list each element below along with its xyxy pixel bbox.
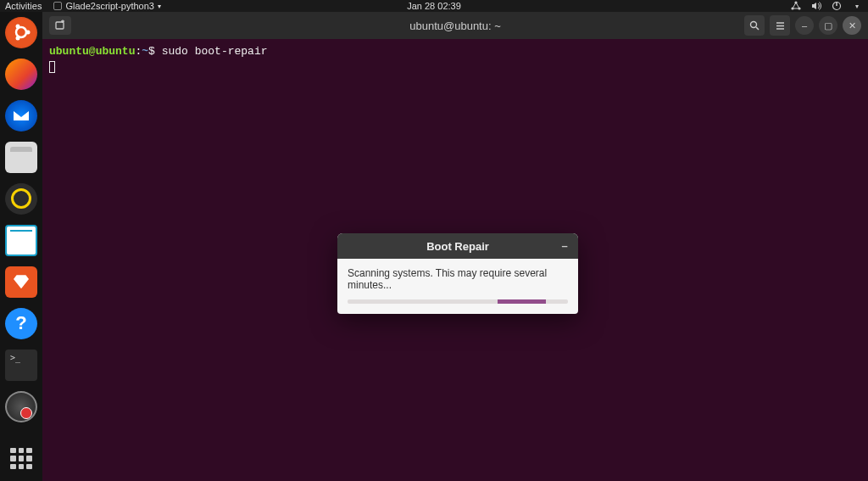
prompt-host: ubuntu [96, 45, 136, 58]
minimize-button[interactable]: – [795, 16, 814, 35]
svg-point-6 [26, 31, 31, 35]
chevron-down-icon: ▾ [158, 3, 161, 10]
new-tab-button[interactable] [49, 16, 71, 35]
show-applications[interactable] [5, 443, 37, 474]
dock-boot-repair[interactable] [5, 391, 37, 422]
dock-thunderbird[interactable] [5, 100, 37, 131]
clock[interactable]: Jan 28 02:39 [407, 1, 461, 11]
chevron-down-icon: ▾ [851, 0, 863, 12]
dock-firefox[interactable] [5, 59, 37, 90]
svg-line-13 [756, 27, 759, 30]
dock-rhythmbox[interactable] [5, 183, 37, 215]
dialog-message: Scanning systems. This may require sever… [348, 267, 568, 291]
app-menu-label: Glade2script-python3 [65, 1, 154, 11]
terminal-line: ubuntu@ubuntu:~$ sudo boot-repair [49, 44, 861, 59]
terminal-title: ubuntu@ubuntu: ~ [409, 20, 501, 32]
dock-ubuntu-software[interactable] [5, 266, 37, 298]
dialog-title: Boot Repair [426, 240, 489, 253]
menu-button[interactable] [770, 15, 790, 36]
dialog-minimize-button[interactable]: – [558, 240, 571, 252]
power-icon [831, 0, 843, 12]
dock-files[interactable] [5, 142, 37, 173]
svg-point-7 [16, 25, 20, 29]
svg-point-5 [16, 27, 26, 37]
volume-icon [810, 0, 822, 12]
prompt-path: ~ [142, 45, 148, 58]
terminal-header: ubuntu@ubuntu: ~ – ▢ ✕ [42, 12, 868, 39]
boot-repair-dialog: Boot Repair – Scanning systems. This may… [337, 233, 578, 314]
maximize-button[interactable]: ▢ [819, 16, 837, 35]
app-menu-icon [53, 2, 62, 10]
network-icon [790, 0, 802, 12]
dock-ubuntu-dash[interactable] [5, 17, 37, 48]
progress-bar [348, 299, 568, 304]
svg-point-8 [16, 36, 20, 41]
svg-rect-9 [56, 22, 64, 29]
activities-button[interactable]: Activities [5, 1, 42, 11]
app-menu[interactable]: Glade2script-python3 ▾ [53, 1, 161, 11]
dialog-body: Scanning systems. This may require sever… [337, 259, 578, 314]
system-tray[interactable]: ▾ [790, 0, 863, 12]
terminal-cursor-line [49, 59, 861, 75]
progress-chunk [498, 299, 546, 304]
cursor-icon [49, 61, 55, 73]
close-button[interactable]: ✕ [843, 16, 861, 35]
dock-terminal[interactable] [5, 350, 37, 381]
dock-libreoffice-writer[interactable] [5, 225, 37, 256]
search-button[interactable] [744, 15, 765, 36]
prompt-sigil: $ [148, 45, 155, 58]
prompt-command: sudo boot-repair [162, 45, 268, 58]
dock: ? [0, 12, 42, 481]
dock-help[interactable]: ? [5, 308, 37, 339]
top-panel: Activities Glade2script-python3 ▾ Jan 28… [0, 0, 868, 12]
prompt-user: ubuntu [49, 45, 89, 58]
dialog-titlebar[interactable]: Boot Repair – [337, 233, 578, 259]
svg-point-12 [750, 21, 756, 27]
prompt-at: @ [89, 45, 96, 58]
